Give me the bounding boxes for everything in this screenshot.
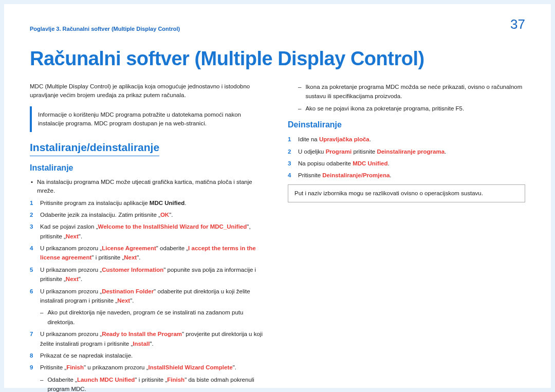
install-step-1: 1 Pritisnite program za instalaciju apli… [30, 198, 267, 208]
breadcrumb: Poglavlje 3. Računalni softver (Multiple… [30, 26, 180, 32]
install-step-2: 2 Odaberite jezik za instalaciju. Zatim … [30, 210, 267, 219]
note-box: Put i naziv izbornika mogu se razlikovat… [288, 184, 525, 202]
install-bullet: Na instalaciju programa MDC može utjecat… [30, 178, 267, 196]
subsection-heading-uninstall: Deinstaliranje [288, 120, 525, 129]
left-column: MDC (Multiple Display Control) je aplika… [30, 82, 267, 392]
install-step-3: 3 Kad se pojavi zaslon „Welcome to the I… [30, 222, 267, 241]
install-step-9: 9 Pritisnite „Finish" u prikazanom prozo… [30, 363, 267, 372]
install-step-5: 5 U prikazanom prozoru „Customer Informa… [30, 265, 267, 284]
install-step-9-sub: Odaberite „Launch MDC Unified" i pritisn… [40, 375, 267, 392]
right-sub-1: Ikona za pokretanje programa MDC možda s… [298, 82, 525, 101]
info-box: Informacije o korištenju MDC programa po… [30, 106, 267, 133]
install-step-6: 6 U prikazanom prozoru „Destination Fold… [30, 287, 267, 306]
install-step-7: 7 U prikazanom prozoru „Ready to Install… [30, 329, 267, 348]
content-columns: MDC (Multiple Display Control) je aplika… [30, 82, 525, 392]
document-page: Poglavlje 3. Računalni softver (Multiple… [4, 4, 551, 388]
uninstall-step-2: 2 U odjeljku Programi pritisnite Deinsta… [288, 147, 525, 156]
install-step-8: 8 Prikazat će se napredak instalacije. [30, 351, 267, 360]
right-column: Ikona za pokretanje programa MDC možda s… [288, 82, 525, 392]
page-number: 37 [510, 16, 525, 32]
page-title: Računalni softver (Multiple Display Cont… [30, 48, 525, 70]
page-header: Poglavlje 3. Računalni softver (Multiple… [30, 16, 525, 32]
section-heading-install-uninstall: Instaliranje/deinstaliranje [30, 141, 159, 156]
install-step-6-sub: Ako put direktorija nije naveden, progra… [40, 308, 267, 327]
uninstall-step-4: 4 Pritisnite Deinstaliranje/Promjena. [288, 171, 525, 180]
right-sub-2: Ako se ne pojavi ikona za pokretanje pro… [298, 104, 525, 113]
intro-text: MDC (Multiple Display Control) je aplika… [30, 82, 267, 100]
uninstall-step-1: 1 Idite na Upravljačka ploča. [288, 135, 525, 144]
install-step-4: 4 U prikazanom prozoru „License Agreemen… [30, 244, 267, 263]
uninstall-step-3: 3 Na popisu odaberite MDC Unified. [288, 159, 525, 168]
subsection-heading-install: Instaliranje [30, 163, 267, 173]
